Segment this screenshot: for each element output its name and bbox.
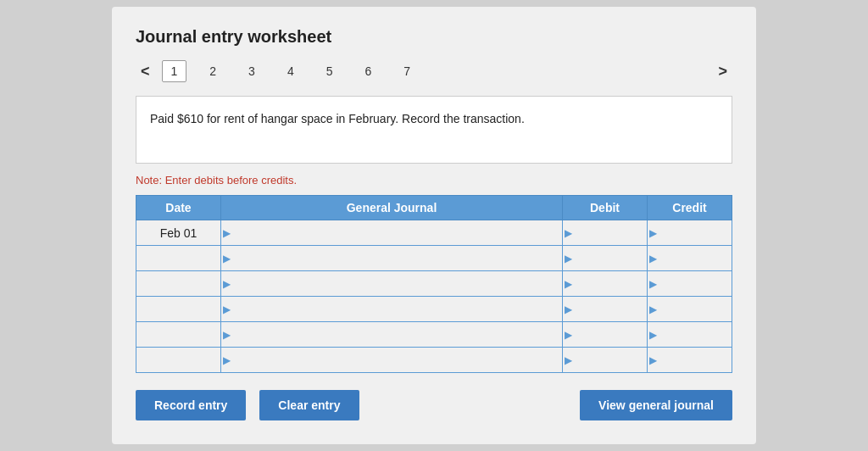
tab-7[interactable]: 7 (394, 60, 420, 82)
col-header-credit: Credit (648, 196, 732, 220)
page-title: Journal entry worksheet (136, 27, 732, 47)
col-header-date: Date (136, 196, 221, 220)
credit-input-3[interactable] (657, 303, 732, 315)
table-row: ▶▶▶ (136, 322, 732, 348)
debit-input-5[interactable] (572, 354, 647, 366)
tab-6[interactable]: 6 (356, 60, 381, 82)
date-cell-4 (136, 322, 221, 348)
tab-4[interactable]: 4 (278, 60, 303, 82)
table-row: ▶▶▶ (136, 297, 732, 322)
journal-cell-0[interactable]: ▶ (221, 220, 563, 246)
tab-2[interactable]: 2 (200, 60, 225, 82)
credit-cell-3[interactable]: ▶ (648, 297, 732, 322)
journal-input-0[interactable] (231, 226, 562, 239)
row-arrow-0: ▶ (221, 227, 231, 239)
credit-input-0[interactable] (657, 226, 732, 239)
next-arrow[interactable]: > (713, 61, 732, 82)
debit-cell-3[interactable]: ▶ (563, 297, 648, 322)
journal-cell-1[interactable]: ▶ (221, 246, 563, 271)
credit-cell-5[interactable]: ▶ (648, 348, 732, 373)
journal-cell-2[interactable]: ▶ (221, 271, 563, 297)
date-cell-3 (136, 297, 221, 322)
row-arrow-1: ▶ (221, 253, 231, 264)
col-header-debit: Debit (563, 196, 648, 220)
journal-cell-5[interactable]: ▶ (221, 348, 563, 373)
row-arrow-3: ▶ (221, 303, 231, 315)
record-entry-button[interactable]: Record entry (136, 390, 246, 420)
credit-arrow-2: ▶ (648, 278, 657, 290)
debit-arrow-1: ▶ (563, 253, 572, 264)
debit-cell-4[interactable]: ▶ (563, 322, 648, 348)
row-arrow-5: ▶ (221, 354, 231, 366)
credit-arrow-0: ▶ (648, 227, 657, 239)
debit-arrow-3: ▶ (563, 303, 572, 315)
debit-cell-5[interactable]: ▶ (563, 348, 648, 373)
tab-1[interactable]: 1 (162, 60, 187, 82)
debit-input-3[interactable] (572, 303, 647, 315)
date-cell-0: Feb 01 (136, 220, 221, 246)
col-header-journal: General Journal (221, 196, 563, 220)
tab-3[interactable]: 3 (239, 60, 264, 82)
instruction-box: Paid $610 for rent of hangar space in Fe… (136, 96, 732, 164)
credit-input-2[interactable] (657, 277, 732, 290)
journal-input-2[interactable] (231, 277, 562, 290)
buttons-row: Record entry Clear entry View general jo… (136, 390, 732, 420)
debit-cell-0[interactable]: ▶ (563, 220, 648, 246)
date-cell-5 (136, 348, 221, 373)
debit-arrow-4: ▶ (563, 329, 572, 341)
table-row: ▶▶▶ (136, 246, 732, 271)
note-text: Note: Enter debits before credits. (136, 174, 732, 187)
journal-input-3[interactable] (231, 303, 562, 315)
credit-arrow-1: ▶ (648, 253, 657, 264)
journal-cell-3[interactable]: ▶ (221, 297, 563, 322)
debit-cell-1[interactable]: ▶ (563, 246, 648, 271)
credit-input-1[interactable] (657, 252, 732, 264)
debit-input-2[interactable] (572, 277, 647, 290)
credit-cell-1[interactable]: ▶ (648, 246, 732, 271)
prev-arrow[interactable]: < (136, 61, 155, 82)
debit-input-1[interactable] (572, 252, 647, 264)
credit-cell-2[interactable]: ▶ (648, 271, 732, 297)
debit-arrow-0: ▶ (563, 227, 572, 239)
journal-table: Date General Journal Debit Credit Feb 01… (136, 195, 732, 373)
debit-arrow-2: ▶ (563, 278, 572, 290)
debit-arrow-5: ▶ (563, 354, 572, 366)
debit-input-4[interactable] (572, 328, 647, 341)
row-arrow-2: ▶ (221, 278, 231, 290)
tab-5[interactable]: 5 (317, 60, 342, 82)
credit-cell-0[interactable]: ▶ (648, 220, 732, 246)
view-journal-button[interactable]: View general journal (580, 390, 732, 420)
credit-input-5[interactable] (657, 354, 732, 366)
journal-cell-4[interactable]: ▶ (221, 322, 563, 348)
table-row: ▶▶▶ (136, 271, 732, 297)
journal-input-1[interactable] (231, 252, 562, 264)
credit-cell-4[interactable]: ▶ (648, 322, 732, 348)
credit-arrow-3: ▶ (648, 303, 657, 315)
tab-navigation: < 1234567 > (136, 60, 732, 82)
table-row: Feb 01▶▶▶ (136, 220, 732, 246)
table-row: ▶▶▶ (136, 348, 732, 373)
row-arrow-4: ▶ (221, 329, 231, 341)
credit-arrow-5: ▶ (648, 354, 657, 366)
clear-entry-button[interactable]: Clear entry (259, 390, 359, 420)
instruction-text: Paid $610 for rent of hangar space in Fe… (150, 112, 525, 125)
credit-input-4[interactable] (657, 328, 732, 341)
date-cell-1 (136, 246, 221, 271)
date-cell-2 (136, 271, 221, 297)
tab-list: 1234567 (162, 60, 707, 82)
journal-input-4[interactable] (231, 328, 562, 341)
debit-input-0[interactable] (572, 226, 647, 239)
journal-input-5[interactable] (231, 354, 562, 366)
debit-cell-2[interactable]: ▶ (563, 271, 648, 297)
credit-arrow-4: ▶ (648, 329, 657, 341)
worksheet-card: Journal entry worksheet < 1234567 > Paid… (112, 7, 756, 444)
